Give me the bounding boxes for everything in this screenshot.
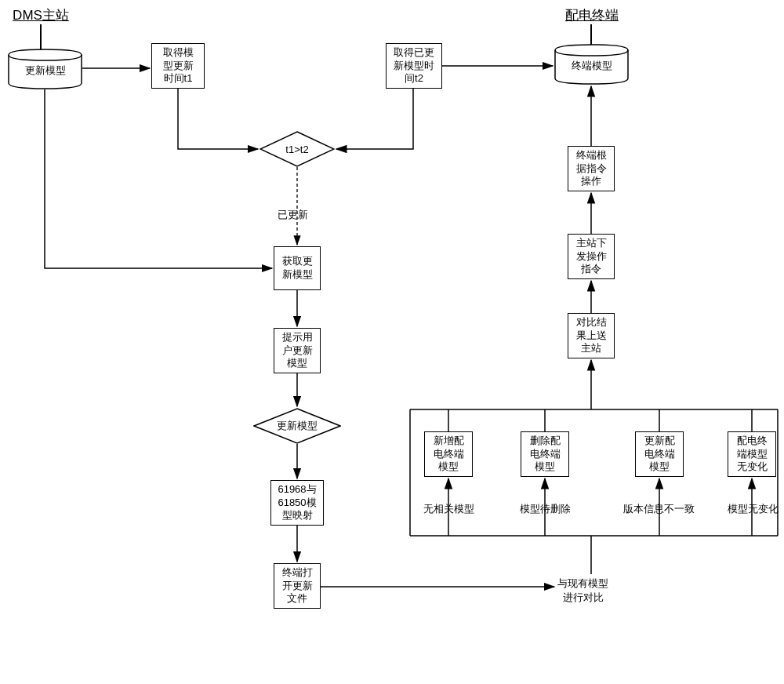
stem-left (40, 24, 42, 50)
box-get-t1: 取得模 型更新 时间t1 (151, 43, 205, 89)
box-del-term: 删除配 电终端 模型 (521, 431, 569, 477)
box-add-term: 新增配 电终端 模型 (424, 431, 473, 477)
box-send-result: 对比结 果上送 主站 (568, 313, 615, 358)
label-ver-diff: 版本信息不一致 (623, 502, 695, 516)
diamond-update-q-label: 更新模型 (253, 408, 341, 444)
diamond-t1gt: t1>t2 (260, 131, 335, 167)
stem-right (590, 24, 592, 45)
box-upd-term: 更新配 电终端 模型 (635, 431, 684, 477)
box-fetch-update: 获取更 新模型 (274, 246, 321, 290)
header-terminal: 配电终端 (557, 6, 627, 24)
box-nochg-term: 配电终 端模型 无变化 (728, 431, 776, 477)
box-term-exec: 终端根 据指令 操作 (568, 146, 615, 191)
label-updated: 已更新 (278, 208, 308, 222)
box-map-models: 61968与 61850模 型映射 (270, 480, 324, 526)
label-to-delete: 模型待删除 (520, 502, 571, 516)
box-open-file: 终端打 开更新 文件 (274, 563, 321, 609)
header-dms: DMS主站 (9, 6, 72, 24)
label-no-related: 无相关模型 (423, 502, 474, 516)
cyl-update-model: 更新模型 (8, 49, 82, 89)
cyl-terminal-model-label: 终端模型 (554, 59, 629, 73)
label-no-change: 模型无变化 (728, 502, 779, 516)
cyl-update-model-label: 更新模型 (8, 64, 82, 78)
box-prompt-user: 提示用 户更新 模型 (274, 328, 321, 373)
edges (0, 0, 784, 684)
diamond-t1gt-label: t1>t2 (260, 131, 335, 167)
cyl-terminal-model: 终端模型 (554, 44, 629, 85)
diamond-update-q: 更新模型 (253, 408, 341, 444)
box-get-t2: 取得已更 新模型时 间t2 (386, 43, 442, 89)
box-issue-cmd: 主站下 发操作 指令 (568, 234, 615, 279)
label-compare-existing: 与现有模型 进行对比 (557, 577, 608, 605)
